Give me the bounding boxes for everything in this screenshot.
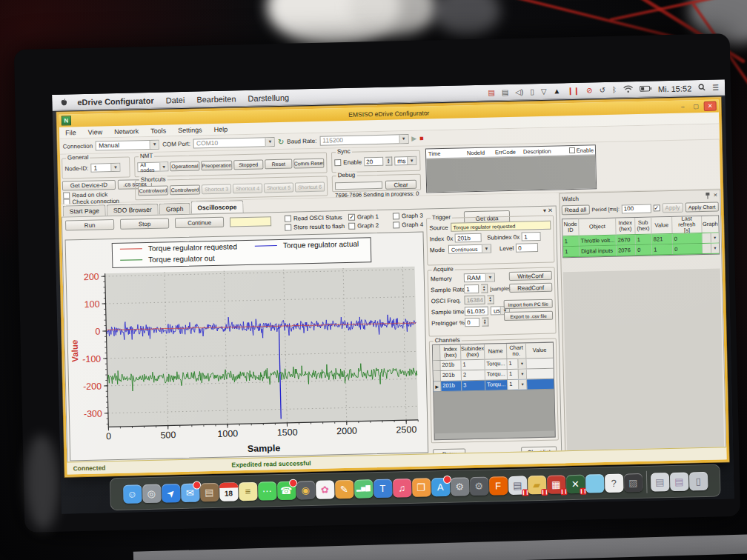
trigger-source-input[interactable]: Torque regulator requested <box>451 221 551 232</box>
minimize-button[interactable]: – <box>677 102 688 110</box>
contacts-icon[interactable]: ▤ <box>200 482 219 501</box>
connect-play-icon[interactable]: ▶ <box>411 135 416 142</box>
pin-icon[interactable] <box>705 192 710 199</box>
menubar-menu-datei[interactable]: Datei <box>165 95 185 104</box>
menubar-clock[interactable]: Mi. 15:52 <box>658 84 692 93</box>
checkbox-box[interactable] <box>348 222 355 229</box>
get-device-id-button[interactable]: Get Device-ID <box>62 180 116 191</box>
parallels-folder-icon[interactable]: ▰❙❙ <box>527 475 546 494</box>
osci-status-field[interactable] <box>230 216 271 227</box>
notes-icon[interactable]: ≡ <box>239 481 258 501</box>
pages-icon[interactable]: ✎ <box>335 479 354 499</box>
photos-icon[interactable]: ✿ <box>316 480 335 499</box>
tab-sdo-browser[interactable]: SDO Browser <box>107 204 159 216</box>
menu-tools[interactable]: Tools <box>145 127 172 135</box>
menubar-menu-bearbeiten[interactable]: Bearbeiten <box>196 94 236 104</box>
apple-logo-icon[interactable] <box>59 98 68 107</box>
volume-icon[interactable]: ◁) <box>515 88 523 96</box>
tab-graph[interactable]: Graph <box>159 203 190 215</box>
disconnect-stop-icon[interactable]: ■ <box>419 135 424 142</box>
shared-pane-icon[interactable] <box>585 474 604 493</box>
play-triangle-icon[interactable]: ▲ <box>553 87 560 95</box>
trigger-mode-select[interactable]: Continuous▼ <box>448 244 491 253</box>
system-preferences-icon[interactable]: ⚙ <box>450 477 469 496</box>
trigger-level-input[interactable]: 0 <box>516 243 538 253</box>
stop-button[interactable]: Stop <box>120 218 169 229</box>
read-all-button[interactable]: Read all <box>562 204 590 215</box>
photo-booth-icon[interactable]: ◉ <box>296 480 316 499</box>
baud-rate-select[interactable]: 115200▼ <box>319 133 408 145</box>
debug-clear-button[interactable]: Clear <box>385 180 416 190</box>
spinner-arrows-icon[interactable]: ▲▼ <box>487 295 494 304</box>
bluetooth-icon[interactable]: ᛒ <box>612 86 617 93</box>
pretrigger-input[interactable]: 0 <box>465 318 479 327</box>
cell-graph-select[interactable]: ▼ <box>703 233 719 243</box>
readconf-button[interactable]: ReadConf <box>509 283 552 293</box>
edrive-configurator-dock-icon[interactable]: ✕❙❙ <box>565 474 585 493</box>
dropdown-arrow-icon[interactable]: ▽ <box>541 87 547 95</box>
numbers-icon[interactable]: ▂▅▇ <box>354 479 374 499</box>
messages-icon[interactable]: ⋯ <box>258 481 277 501</box>
spinner-arrows-icon[interactable]: ▲▼ <box>482 318 488 327</box>
period-input[interactable]: 100 <box>622 204 651 213</box>
checkbox-store-result-to-flash[interactable]: Store result to flash <box>285 222 348 230</box>
parallels-folder-status-icon[interactable]: ▤ <box>502 88 509 96</box>
node-id-select[interactable]: 1▼ <box>90 163 120 173</box>
spotlight-icon[interactable] <box>698 83 706 92</box>
period-checkbox[interactable]: ✓ <box>653 204 660 211</box>
sync-enable-checkbox[interactable] <box>334 159 341 166</box>
run-button[interactable]: Run <box>65 219 114 230</box>
trigger-index-input[interactable]: 201b <box>455 233 482 243</box>
documents-stack-icon[interactable]: ▤ <box>650 473 669 492</box>
panel-close-icon[interactable]: ✕ <box>548 207 553 214</box>
shortcut-6-button[interactable]: Shortcut 6 <box>295 182 325 193</box>
calendar-icon[interactable]: 18 <box>219 482 239 501</box>
ibooks-icon[interactable]: ❐ <box>411 478 431 497</box>
checkbox-box[interactable] <box>285 215 291 221</box>
cell-chart[interactable]: 1▼ <box>507 359 526 369</box>
checkbox-box[interactable] <box>285 224 291 230</box>
shortcut-controlword-1-button[interactable]: Controlword <box>138 185 168 196</box>
parallels-toolbox-icon[interactable]: ▦❙❙ <box>546 475 565 494</box>
sync-period-input[interactable]: 20 <box>364 157 383 167</box>
menu-file[interactable]: File <box>59 128 82 136</box>
shortcut-4-button[interactable]: Shortcut 4 <box>233 183 262 193</box>
apply-button[interactable]: Apply <box>662 203 683 213</box>
panel-collapse-icon[interactable]: ▾ <box>543 207 546 214</box>
utility-gear-icon[interactable]: ⚙ <box>469 476 488 496</box>
checkbox-box[interactable]: ✓ <box>348 213 355 220</box>
battery-vertical-icon[interactable]: ▯ <box>530 88 534 96</box>
nmt-preoperation-button[interactable]: Preoperation <box>202 160 233 170</box>
downloads-stack-icon[interactable]: ▤ <box>669 472 688 491</box>
com-port-select[interactable]: COM10▼ <box>193 137 275 148</box>
watch-close-icon[interactable]: ✕ <box>713 192 717 199</box>
firefox-icon[interactable]: F <box>488 476 508 496</box>
sample-time-input[interactable]: 61.035 <box>465 307 488 316</box>
app-store-icon[interactable]: A <box>431 477 450 496</box>
nmt-comm-reset-button[interactable]: Comm Reset <box>294 159 325 169</box>
tab-oscilloscope[interactable]: Oscilloscope <box>190 200 243 214</box>
checkbox-box[interactable] <box>393 221 399 228</box>
nmt-stopped-button[interactable]: Stopped <box>233 159 263 170</box>
refresh-ports-icon[interactable]: ↻ <box>278 137 285 145</box>
checkbox-graph-2[interactable]: Graph 2 <box>348 221 393 229</box>
checkbox-box[interactable] <box>393 213 399 219</box>
sample-rate-input[interactable]: 1 <box>464 284 479 293</box>
spinner-arrows-icon[interactable]: ▲▼ <box>385 157 392 166</box>
notification-center-icon[interactable]: ☰ <box>712 84 719 91</box>
import-pc-file-button[interactable]: Import from PC file <box>504 299 553 309</box>
memory-select[interactable]: RAM▼ <box>464 273 495 282</box>
cell-chart[interactable]: 1▼ <box>508 379 527 390</box>
apply-chart-button[interactable]: Apply Chart <box>685 202 719 213</box>
nmt-operational-button[interactable]: Operational <box>170 161 200 171</box>
launchpad-icon[interactable]: ◎ <box>142 484 162 503</box>
checkbox-graph-1[interactable]: ✓Graph 1 <box>348 213 393 220</box>
facetime-icon[interactable]: ☎ <box>277 481 296 500</box>
writeconf-button[interactable]: WriteConf <box>509 271 552 281</box>
menu-settings[interactable]: Settings <box>172 126 208 134</box>
sync-unit-select[interactable]: ms▼ <box>394 156 416 166</box>
safari-icon[interactable]: ➤ <box>162 484 181 503</box>
shortcut-controlword-2-button[interactable]: Controlword <box>170 184 200 195</box>
spinner-arrows-icon[interactable]: ▲▼ <box>481 284 488 293</box>
export-csv-button[interactable]: Export to .csv file <box>504 311 553 321</box>
